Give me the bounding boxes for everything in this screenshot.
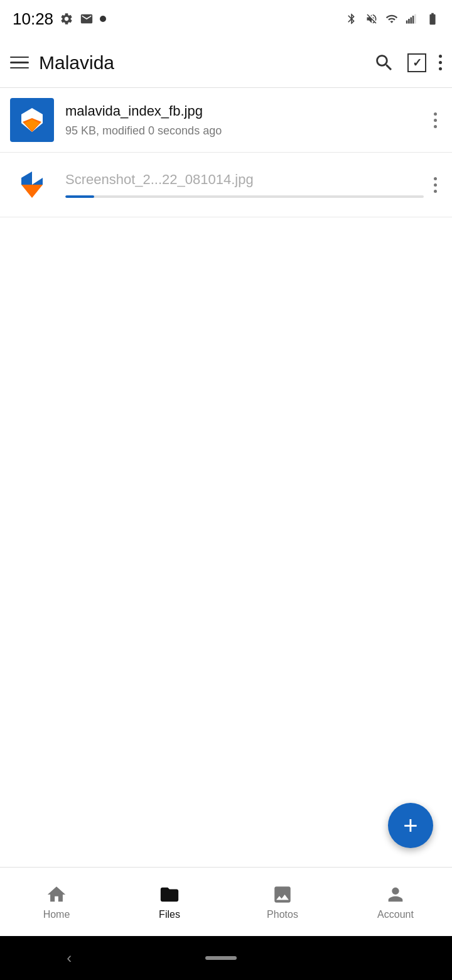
person-icon (385, 884, 406, 905)
menu-button[interactable] (10, 57, 29, 69)
content-area: malavida_index_fb.jpg 95 KB, modified 0 … (0, 88, 452, 867)
home-icon (46, 884, 67, 905)
network-icon (385, 13, 398, 25)
screenshot-thumb (16, 169, 48, 200)
signal-icon (406, 13, 418, 25)
file-progress-bar (65, 195, 94, 198)
nav-account-label: Account (377, 909, 414, 920)
status-bar: 10:28 (0, 0, 452, 38)
malavida-logo-thumb (16, 104, 48, 136)
battery-icon (426, 12, 439, 26)
file-info: Screenshot_2...22_081014.jpg (65, 172, 424, 198)
file-more-button[interactable] (429, 172, 442, 198)
file-thumbnail (10, 98, 54, 142)
bluetooth-icon (345, 13, 358, 25)
bottom-nav: Home Files Photos Account (0, 867, 452, 936)
overflow-menu-button[interactable] (439, 55, 442, 70)
nav-files-label: Files (159, 909, 180, 920)
fab-add-button[interactable]: + (388, 803, 433, 848)
file-name: malavida_index_fb.jpg (65, 103, 424, 119)
notification-dot (100, 16, 106, 22)
folder-icon (159, 884, 180, 905)
svg-rect-4 (414, 14, 416, 24)
svg-rect-3 (412, 16, 414, 24)
file-item[interactable]: malavida_index_fb.jpg 95 KB, modified 0 … (0, 88, 452, 153)
nav-home-label: Home (43, 909, 70, 920)
svg-rect-2 (411, 18, 412, 24)
search-button[interactable] (374, 52, 395, 74)
file-item[interactable]: Screenshot_2...22_081014.jpg (0, 153, 452, 217)
file-name-loading: Screenshot_2...22_081014.jpg (65, 172, 424, 188)
plus-icon: + (403, 813, 417, 838)
file-more-button[interactable] (429, 107, 442, 133)
file-meta: 95 KB, modified 0 seconds ago (65, 124, 424, 138)
select-all-button[interactable] (407, 53, 426, 72)
mute-icon (365, 13, 378, 25)
nav-photos[interactable]: Photos (226, 879, 339, 925)
nav-home[interactable]: Home (0, 879, 113, 925)
nav-account[interactable]: Account (339, 879, 452, 925)
back-button[interactable]: ‹ (67, 949, 72, 967)
app-bar-actions (374, 52, 442, 74)
file-list: malavida_index_fb.jpg 95 KB, modified 0 … (0, 88, 452, 217)
app-bar: Malavida (0, 38, 452, 88)
photo-icon (272, 884, 293, 905)
app-title: Malavida (39, 52, 363, 74)
svg-rect-1 (408, 19, 410, 24)
settings-icon (60, 12, 73, 26)
system-nav-bar: ‹ (0, 936, 452, 980)
nav-files[interactable]: Files (113, 879, 226, 925)
file-info: malavida_index_fb.jpg 95 KB, modified 0 … (65, 103, 424, 138)
file-thumbnail (10, 163, 54, 207)
home-gesture-bar[interactable] (205, 956, 237, 960)
file-progress-bar-container (65, 195, 424, 198)
nav-photos-label: Photos (267, 909, 298, 920)
status-time: 10:28 (13, 9, 53, 29)
gmail-icon (80, 12, 94, 26)
svg-rect-0 (406, 21, 408, 24)
